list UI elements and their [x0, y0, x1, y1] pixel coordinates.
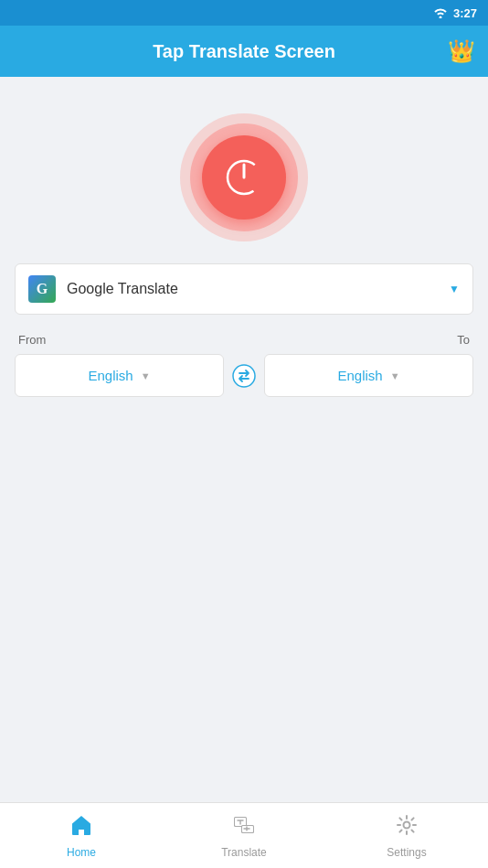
- nav-item-home[interactable]: Home: [0, 803, 163, 868]
- to-language-arrow: ▼: [390, 370, 400, 381]
- google-translate-icon: [28, 275, 56, 303]
- settings-icon: [395, 813, 419, 842]
- power-icon: [226, 159, 262, 196]
- translate-icon: [232, 813, 256, 842]
- crown-icon[interactable]: 👑: [448, 38, 475, 64]
- to-language-text: English: [337, 368, 382, 383]
- wifi-icon: [433, 5, 448, 21]
- power-button[interactable]: [202, 135, 286, 220]
- language-labels: From To: [15, 333, 473, 347]
- nav-item-settings[interactable]: Settings: [325, 803, 488, 868]
- status-bar: 3:27: [0, 0, 488, 26]
- translate-nav-label: Translate: [221, 846, 267, 859]
- translator-name: Google Translate: [67, 281, 449, 297]
- translator-selector[interactable]: Google Translate ▼: [15, 263, 473, 315]
- status-time: 3:27: [453, 6, 477, 20]
- language-section: From To English ▼ English ▼: [15, 333, 473, 397]
- to-language-dropdown[interactable]: English ▼: [264, 354, 473, 397]
- home-icon: [69, 813, 93, 842]
- home-nav-label: Home: [67, 846, 96, 859]
- swap-languages-button[interactable]: [224, 356, 264, 396]
- app-header: Tap Translate Screen 👑: [0, 26, 488, 77]
- from-label: From: [18, 333, 46, 347]
- from-language-text: English: [88, 368, 133, 383]
- power-button-container[interactable]: [180, 113, 308, 241]
- from-language-dropdown[interactable]: English ▼: [15, 354, 224, 397]
- main-content: Google Translate ▼ From To English ▼: [0, 77, 488, 397]
- to-label: To: [457, 333, 470, 347]
- language-selectors: English ▼ English ▼: [15, 354, 473, 397]
- svg-point-2: [233, 365, 255, 387]
- nav-item-translate[interactable]: Translate: [163, 803, 325, 868]
- settings-nav-label: Settings: [387, 846, 426, 859]
- swap-languages-icon: [232, 364, 256, 388]
- bottom-navigation: Home Translate Settings: [0, 802, 488, 868]
- translator-dropdown-arrow: ▼: [449, 283, 460, 295]
- svg-point-7: [404, 821, 410, 828]
- app-title: Tap Translate Screen: [153, 41, 335, 62]
- from-language-arrow: ▼: [141, 370, 151, 381]
